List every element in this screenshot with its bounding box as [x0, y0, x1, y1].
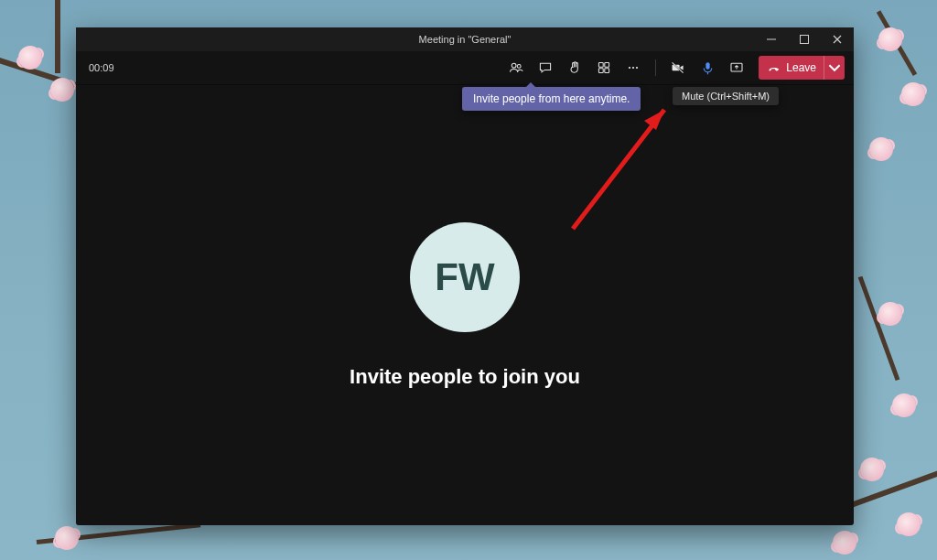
chat-button[interactable]	[533, 55, 558, 81]
svg-rect-1	[801, 36, 809, 44]
meeting-stage: FW Invite people to join you	[76, 85, 854, 525]
svg-rect-11	[705, 62, 709, 70]
maximize-button[interactable]	[788, 27, 821, 51]
svg-rect-0	[767, 39, 776, 40]
blossom-decoration	[860, 458, 884, 481]
svg-point-10	[636, 67, 638, 69]
blossom-decoration	[18, 46, 42, 70]
participants-button[interactable]	[503, 55, 529, 81]
minimize-button[interactable]	[755, 27, 788, 51]
branch-decoration	[858, 276, 900, 381]
mute-tooltip-text: Mute (Ctrl+Shift+M)	[682, 91, 770, 102]
hangup-icon	[768, 61, 781, 74]
close-button[interactable]	[821, 27, 854, 51]
svg-rect-6	[599, 69, 604, 73]
blossom-decoration	[878, 27, 902, 51]
people-icon	[509, 60, 523, 75]
leave-caret-button[interactable]	[824, 56, 845, 80]
call-timer: 00:09	[89, 62, 114, 73]
chat-icon	[538, 60, 553, 75]
mute-tooltip: Mute (Ctrl+Shift+M)	[673, 87, 779, 105]
chevron-down-icon	[828, 61, 841, 74]
blossom-decoration	[50, 78, 74, 102]
camera-off-icon	[671, 60, 685, 75]
share-screen-button[interactable]	[724, 55, 749, 81]
invite-coachmark-text: Invite people from here anytime.	[473, 92, 630, 105]
breakout-rooms-icon	[597, 60, 611, 75]
avatar: FW	[410, 222, 520, 332]
microphone-toggle-button[interactable]	[695, 55, 720, 81]
blossom-decoration	[833, 531, 856, 555]
svg-point-3	[518, 64, 522, 68]
window-title: Meeting in "General"	[76, 34, 854, 45]
blossom-decoration	[901, 82, 925, 106]
close-icon	[833, 35, 842, 44]
svg-point-2	[512, 63, 516, 68]
camera-toggle-button[interactable]	[665, 55, 691, 81]
invite-coachmark[interactable]: Invite people from here anytime.	[462, 87, 641, 111]
svg-point-9	[632, 67, 634, 69]
titlebar: Meeting in "General"	[76, 27, 854, 51]
svg-rect-12	[707, 71, 708, 74]
microphone-icon	[700, 60, 716, 76]
maximize-icon	[800, 35, 809, 44]
avatar-initials: FW	[435, 255, 494, 299]
blossom-decoration	[892, 393, 916, 417]
leave-label: Leave	[786, 61, 816, 74]
branch-decoration	[55, 0, 60, 73]
more-actions-button[interactable]	[620, 55, 646, 81]
blossom-decoration	[869, 137, 893, 161]
blossom-decoration	[55, 526, 79, 550]
raise-hand-icon	[567, 60, 582, 75]
svg-rect-4	[599, 62, 604, 67]
share-tray-icon	[729, 60, 744, 75]
window-controls	[755, 27, 854, 51]
svg-rect-7	[605, 69, 609, 73]
svg-point-8	[629, 67, 630, 69]
svg-rect-5	[605, 62, 609, 67]
blossom-decoration	[878, 302, 902, 326]
invite-headline: Invite people to join you	[350, 365, 580, 389]
reactions-button[interactable]	[562, 55, 587, 81]
leave-button[interactable]: Leave	[759, 56, 845, 80]
rooms-button[interactable]	[591, 55, 617, 81]
blossom-decoration	[897, 512, 921, 536]
toolbar-separator	[655, 59, 656, 76]
minimize-icon	[767, 35, 776, 44]
more-icon	[626, 60, 641, 75]
meeting-toolbar: 00:09	[76, 51, 854, 85]
